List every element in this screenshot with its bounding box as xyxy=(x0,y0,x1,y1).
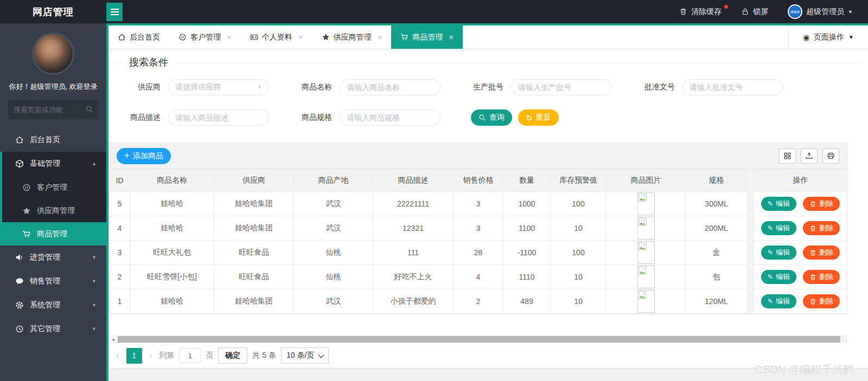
product-table-card: + 添加商品 ID 商品名称 xyxy=(108,143,847,314)
notification-dot xyxy=(724,5,728,9)
scrollbar-thumb[interactable] xyxy=(118,336,840,343)
tab-products[interactable]: 商品管理 × xyxy=(391,25,463,49)
chevron-down-icon: ▼ xyxy=(257,85,262,90)
cell-product-name: 娃哈哈 xyxy=(130,192,214,216)
prev-page-button[interactable]: ‹ xyxy=(114,350,122,361)
goto-label: 到第 xyxy=(159,351,174,360)
edit-button[interactable]: ✎编辑 xyxy=(761,270,796,284)
page-actions-dropdown[interactable]: ◉ 页面操作 ▼ xyxy=(788,25,868,49)
col-id: ID xyxy=(110,170,130,192)
search-form-row-2: 商品描述 商品规格 查询 ↻ 重置 xyxy=(108,109,868,126)
delete-button[interactable]: 删除 xyxy=(803,294,840,308)
close-icon[interactable]: × xyxy=(227,33,232,42)
page-content: 搜索条件 供应商 请选择供应商 ▼ 商品名称 生产批号 xyxy=(108,49,868,369)
description-field-group: 商品描述 xyxy=(119,109,291,126)
cell-price: 4 xyxy=(454,265,503,289)
next-page-button[interactable]: › xyxy=(147,350,155,361)
goto-page-input[interactable] xyxy=(179,348,201,363)
tab-home[interactable]: 后台首页 xyxy=(108,25,169,49)
cell-description: 12321 xyxy=(373,216,454,241)
batch-input[interactable] xyxy=(511,79,612,95)
product-name-input[interactable] xyxy=(340,79,441,95)
cart-icon xyxy=(22,230,31,238)
menu-toggle-button[interactable] xyxy=(106,3,123,21)
edit-button[interactable]: ✎编辑 xyxy=(761,294,796,308)
print-button[interactable] xyxy=(822,148,839,164)
table-scroll-gutter xyxy=(748,265,754,289)
edit-button[interactable]: ✎编辑 xyxy=(761,221,796,235)
search-form-row-1: 供应商 请选择供应商 ▼ 商品名称 生产批号 批准文号 xyxy=(108,79,868,95)
add-product-button[interactable]: + 添加商品 xyxy=(117,148,171,164)
user-menu[interactable]: 进销存 超级管理员 ▼ xyxy=(788,4,853,19)
sidebar-item-products[interactable]: 商品管理 xyxy=(2,222,106,246)
delete-button[interactable]: 删除 xyxy=(803,221,840,235)
cell-stock-warning: 10 xyxy=(551,289,607,314)
cell-id: 1 xyxy=(110,289,130,314)
sidebar-item-system[interactable]: 系统管理 ▼ xyxy=(0,293,106,317)
cell-product-name: 旺旺雪饼[小包] xyxy=(130,265,214,289)
search-criteria-panel: 搜索条件 供应商 请选择供应商 ▼ 商品名称 生产批号 xyxy=(108,49,868,143)
table-row: 1 娃哈哈 娃哈哈集团 武汉 小孩子都爱的 2 489 10 120ML ✎编辑… xyxy=(110,289,847,314)
export-button[interactable] xyxy=(801,148,818,164)
description-input[interactable] xyxy=(168,109,269,126)
delete-button[interactable]: 删除 xyxy=(803,246,840,260)
pencil-icon: ✎ xyxy=(768,225,773,231)
sidebar-item-purchasing[interactable]: 进货管理 ▼ xyxy=(0,246,106,269)
broken-image-placeholder xyxy=(637,217,655,240)
close-icon[interactable]: × xyxy=(378,33,382,42)
approval-input[interactable] xyxy=(682,79,783,95)
cell-id: 2 xyxy=(110,265,130,289)
user-photo-avatar[interactable] xyxy=(32,33,74,75)
cell-actions: ✎编辑 删除 xyxy=(754,265,847,289)
toggle-columns-button[interactable] xyxy=(779,148,796,164)
pause-circle-icon xyxy=(178,33,187,41)
broken-image-icon xyxy=(639,291,647,299)
sidebar-item-home[interactable]: 后台首页 xyxy=(0,128,106,152)
current-page-button[interactable]: 1 xyxy=(126,348,142,364)
table-scroll-gutter xyxy=(748,192,754,216)
cell-origin: 武汉 xyxy=(294,216,373,241)
spec-input[interactable] xyxy=(340,109,441,126)
delete-button[interactable]: 删除 xyxy=(803,197,840,211)
page-size-select[interactable]: 10 条/页 xyxy=(281,347,329,364)
chevron-down-icon: ▼ xyxy=(92,279,97,284)
sidebar-item-basic-management[interactable]: 基础管理 ▲ xyxy=(2,152,106,176)
clear-cache-button[interactable]: 清除缓存 xyxy=(679,7,722,17)
tab-profile[interactable]: 个人资料 × xyxy=(241,25,312,49)
scroll-left-arrow-icon[interactable]: ◂ xyxy=(109,336,118,343)
table-scroll-gutter-header xyxy=(748,170,754,192)
cell-supplier: 娃哈哈集团 xyxy=(214,216,294,241)
supplier-select[interactable]: 请选择供应商 ▼ xyxy=(168,79,269,95)
col-price: 销售价格 xyxy=(454,170,503,192)
cell-spec: 200ML xyxy=(686,216,748,241)
goto-confirm-button[interactable]: 确定 xyxy=(218,347,247,364)
product-name-label: 商品名称 xyxy=(291,82,332,92)
tab-suppliers[interactable]: 供应商管理 × xyxy=(312,25,392,49)
tab-customers[interactable]: 客户管理 × xyxy=(169,25,241,49)
edit-button[interactable]: ✎编辑 xyxy=(761,246,796,260)
horizontal-scrollbar[interactable]: ◂ xyxy=(108,335,847,343)
query-button[interactable]: 查询 xyxy=(471,109,512,126)
chevron-down-icon: ▼ xyxy=(92,326,97,332)
cell-actions: ✎编辑 删除 xyxy=(754,192,847,216)
print-icon xyxy=(827,152,835,160)
reset-button[interactable]: ↻ 重置 xyxy=(518,109,559,126)
col-product-image: 商品图片 xyxy=(607,170,686,192)
cell-product-image xyxy=(607,192,686,216)
delete-button[interactable]: 删除 xyxy=(803,270,840,284)
supplier-label: 供应商 xyxy=(119,82,161,92)
close-icon[interactable]: × xyxy=(298,33,303,42)
table-row: 2 旺旺雪饼[小包] 旺旺食品 仙桃 好吃不上火 4 1110 10 包 ✎编辑… xyxy=(110,265,847,289)
edit-button[interactable]: ✎编辑 xyxy=(761,197,796,211)
sidebar-item-customers[interactable]: 客户管理 xyxy=(2,176,106,199)
cell-price: 3 xyxy=(454,216,503,241)
sidebar-item-other[interactable]: 其它管理 ▼ xyxy=(0,317,106,341)
table-scroll-gutter xyxy=(748,216,754,241)
pencil-icon: ✎ xyxy=(768,274,773,280)
trash-icon xyxy=(679,8,687,16)
close-icon[interactable]: × xyxy=(449,33,454,42)
lock-screen-button[interactable]: 锁屏 xyxy=(741,7,768,17)
sidebar-item-sales[interactable]: 销售管理 ▼ xyxy=(0,269,106,293)
sidebar-item-suppliers[interactable]: 供应商管理 xyxy=(2,199,106,222)
trash-icon xyxy=(809,225,816,232)
